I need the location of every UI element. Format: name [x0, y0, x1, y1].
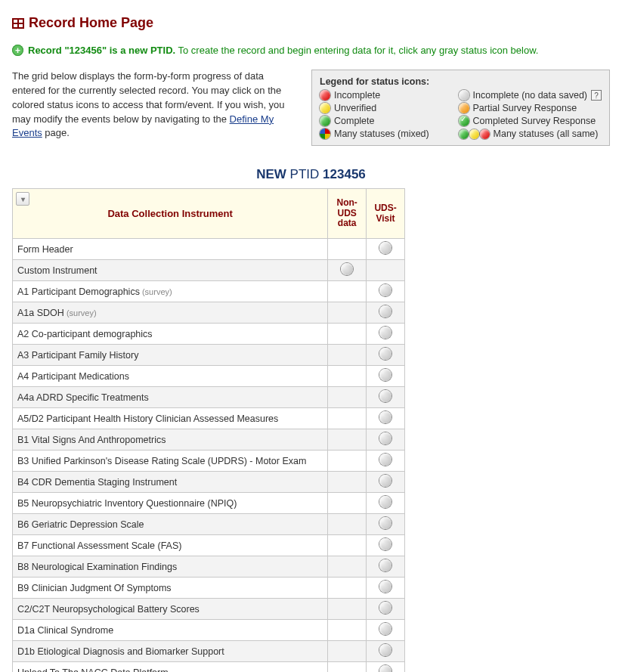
- instrument-name: D1a Clinical Syndrome: [13, 620, 328, 641]
- cell-nonuds: [328, 514, 367, 535]
- ptid-new-label: NEW: [256, 167, 286, 181]
- status-icon-gray[interactable]: [379, 390, 391, 402]
- survey-tag: (survey): [140, 287, 172, 296]
- cell-uds: [367, 641, 405, 662]
- status-icon-gray[interactable]: [379, 623, 391, 635]
- status-red-icon: [320, 90, 330, 101]
- status-icon-gray[interactable]: [379, 559, 391, 571]
- table-row: Form Header: [13, 239, 405, 260]
- status-icon-gray[interactable]: [379, 602, 391, 614]
- status-green-check-icon: [459, 116, 469, 126]
- instrument-name: A2 Co-participant demographics: [13, 324, 328, 345]
- table-row: B6 Geriatric Depression Scale: [13, 514, 405, 535]
- ptid-header: NEW PTID 123456: [12, 167, 610, 182]
- page-title-text: Record Home Page: [29, 15, 153, 31]
- status-icon-gray[interactable]: [379, 538, 391, 550]
- legend-completed-survey: Completed Survey Response: [459, 116, 602, 126]
- intro-b: page.: [42, 127, 70, 138]
- cell-uds: [367, 578, 405, 599]
- cell-uds: [367, 556, 405, 578]
- cell-nonuds: [328, 535, 367, 556]
- status-icon-gray[interactable]: [379, 348, 391, 360]
- cell-nonuds: [328, 493, 367, 514]
- status-icon-gray[interactable]: [379, 284, 391, 296]
- table-row: C2/C2T Neuropsychological Battery Scores: [13, 599, 405, 620]
- table-row: Custom Instrument: [13, 260, 405, 281]
- new-record-banner: + Record "123456" is a new PTID. To crea…: [12, 45, 610, 56]
- legend-many-mixed: Many statuses (mixed): [320, 129, 451, 139]
- cell-nonuds: [328, 239, 367, 260]
- collapse-toggle[interactable]: ▾: [16, 192, 29, 206]
- table-row: B5 Neuropsychiatric Inventory Questionna…: [13, 493, 405, 514]
- ptid-label: PTID: [290, 167, 320, 181]
- status-orange-icon: [459, 103, 469, 113]
- status-icon-gray[interactable]: [379, 644, 391, 656]
- col-header-nonuds: Non-UDS data: [328, 189, 367, 239]
- cell-nonuds: [328, 260, 367, 281]
- legend-incomplete-nodata: Incomplete (no data saved) ?: [459, 90, 602, 101]
- status-green-icon: [320, 116, 330, 126]
- status-icon-gray[interactable]: [379, 411, 391, 423]
- status-icon-gray[interactable]: [379, 496, 391, 508]
- cell-nonuds: [328, 302, 367, 324]
- banner-rest: To create the record and begin entering …: [178, 45, 539, 56]
- col-header-instrument: ▾ Data Collection Instrument: [13, 189, 328, 239]
- status-icon-gray[interactable]: [379, 327, 391, 339]
- instrument-name: B8 Neurological Examination Findings: [13, 556, 328, 578]
- cell-nonuds: [328, 451, 367, 472]
- instrument-name: B3 Unified Parkinson's Disease Rating Sc…: [13, 451, 328, 472]
- cell-uds: [367, 451, 405, 472]
- status-icon-gray[interactable]: [379, 454, 391, 466]
- status-icon-gray[interactable]: [379, 581, 391, 593]
- cell-nonuds: [328, 324, 367, 345]
- cell-uds: [367, 387, 405, 408]
- cell-nonuds: [328, 429, 367, 451]
- cell-nonuds: [328, 366, 367, 387]
- status-icon-gray[interactable]: [379, 305, 391, 317]
- cell-uds: [367, 239, 405, 260]
- intro-text: The grid below displays the form-by-form…: [12, 70, 296, 141]
- cell-nonuds: [328, 472, 367, 493]
- col-header-uds: UDS-Visit: [367, 189, 405, 239]
- survey-tag: (survey): [64, 308, 97, 317]
- cell-nonuds: [328, 641, 367, 662]
- plus-icon: +: [12, 45, 23, 56]
- instrument-name: B5 Neuropsychiatric Inventory Questionna…: [13, 493, 328, 514]
- cell-uds: [367, 429, 405, 451]
- legend-title: Legend for status icons:: [320, 76, 602, 87]
- table-row: B9 Clinician Judgment Of Symptoms: [13, 578, 405, 599]
- status-icon-gray[interactable]: [341, 263, 353, 275]
- status-multi-same-icons: [459, 129, 490, 139]
- instrument-name: Upload To The NACC Data Platform: [13, 662, 328, 673]
- instrument-name: A3 Participant Family History: [13, 345, 328, 366]
- cell-uds: [367, 408, 405, 429]
- cell-nonuds: [328, 387, 367, 408]
- status-icon-gray[interactable]: [379, 517, 391, 529]
- help-icon[interactable]: ?: [591, 90, 602, 101]
- legend-partial-survey: Partial Survey Response: [459, 103, 602, 113]
- status-icon-gray[interactable]: [379, 475, 391, 487]
- cell-uds: [367, 662, 405, 673]
- status-gray-icon: [459, 90, 469, 101]
- instrument-name: A4 Participant Medications: [13, 366, 328, 387]
- cell-uds: [367, 345, 405, 366]
- instrument-name: B1 Vital Signs And Anthropometrics: [13, 429, 328, 451]
- cell-nonuds: [328, 556, 367, 578]
- instrument-name: Custom Instrument: [13, 260, 328, 281]
- table-row: B4 CDR Dementia Staging Instrument: [13, 472, 405, 493]
- cell-uds: [367, 599, 405, 620]
- table-row: D1a Clinical Syndrome: [13, 620, 405, 641]
- status-icon-gray[interactable]: [379, 369, 391, 381]
- status-icon-gray[interactable]: [379, 665, 391, 672]
- grid-icon: [12, 17, 24, 29]
- table-row: A3 Participant Family History: [13, 345, 405, 366]
- cell-uds: [367, 514, 405, 535]
- table-row: D1b Etiological Diagnosis and Biomarker …: [13, 641, 405, 662]
- instrument-grid: ▾ Data Collection Instrument Non-UDS dat…: [12, 188, 405, 672]
- instrument-name: A5/D2 Participant Health History Clinici…: [13, 408, 328, 429]
- instrument-name: C2/C2T Neuropsychological Battery Scores: [13, 599, 328, 620]
- status-icon-gray[interactable]: [379, 432, 391, 444]
- ptid-id: 123456: [323, 167, 366, 181]
- legend-complete: Complete: [320, 116, 451, 126]
- status-icon-gray[interactable]: [379, 242, 391, 254]
